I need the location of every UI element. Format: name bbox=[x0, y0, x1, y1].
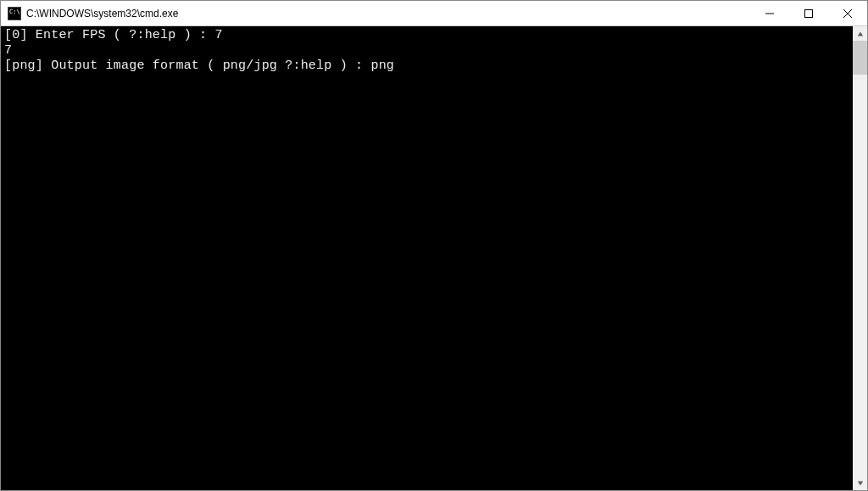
chevron-up-icon bbox=[857, 31, 864, 37]
window-title: C:\WINDOWS\system32\cmd.exe bbox=[26, 8, 178, 20]
client-area: [0] Enter FPS ( ?:help ) : 7 7 [png] Out… bbox=[1, 26, 867, 490]
maximize-icon bbox=[804, 9, 813, 18]
vertical-scrollbar[interactable] bbox=[853, 26, 867, 490]
minimize-icon bbox=[765, 9, 774, 18]
terminal-line: 7 bbox=[4, 43, 12, 58]
close-icon bbox=[843, 9, 852, 18]
window-frame: C:\WINDOWS\system32\cmd.exe [0] Enter FP… bbox=[0, 0, 868, 491]
app-icon bbox=[8, 7, 21, 20]
svg-marker-4 bbox=[857, 31, 862, 36]
window-controls bbox=[750, 1, 867, 25]
terminal-line: [png] Output image format ( png/jpg ?:he… bbox=[4, 59, 394, 73]
close-button[interactable] bbox=[828, 1, 867, 25]
titlebar[interactable]: C:\WINDOWS\system32\cmd.exe bbox=[1, 1, 867, 26]
terminal-line: [0] Enter FPS ( ?:help ) : 7 bbox=[4, 28, 223, 42]
svg-marker-5 bbox=[857, 481, 862, 485]
scroll-down-button[interactable] bbox=[853, 476, 867, 490]
chevron-down-icon bbox=[857, 480, 864, 487]
svg-rect-1 bbox=[805, 9, 813, 17]
maximize-button[interactable] bbox=[789, 1, 828, 25]
terminal-output[interactable]: [0] Enter FPS ( ?:help ) : 7 7 [png] Out… bbox=[1, 26, 853, 490]
scrollbar-track[interactable] bbox=[853, 41, 867, 476]
minimize-button[interactable] bbox=[750, 1, 789, 25]
scrollbar-thumb[interactable] bbox=[853, 41, 867, 75]
scroll-up-button[interactable] bbox=[853, 26, 867, 41]
